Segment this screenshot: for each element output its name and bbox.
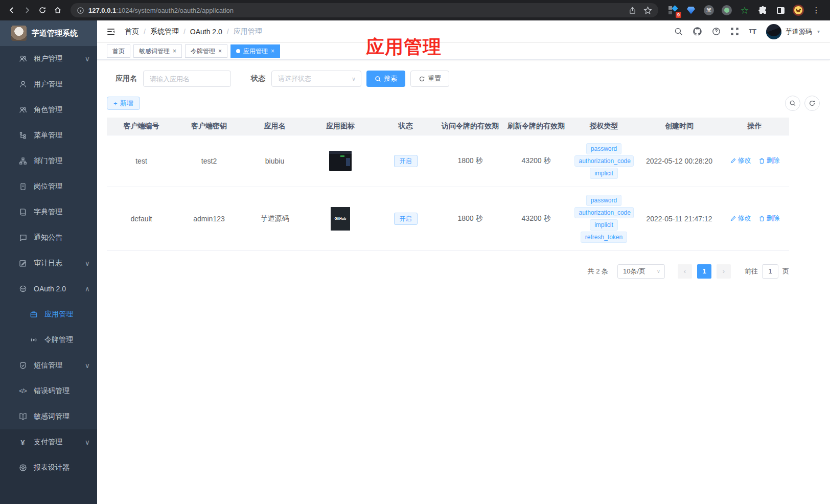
pagination: 共 2 条 10条/页 ∨ ‹ 1 › 前往 页 [107,264,789,279]
extensions-puzzle-icon[interactable] [757,5,768,16]
sidebar-item-岗位管理[interactable]: 岗位管理 [0,174,97,199]
sidebar-item-审计日志[interactable]: 审计日志∨ [0,250,97,276]
table-row: testtest2biubiu开启1800 秒43200 秒passwordau… [107,135,789,187]
cell-secret: admin123 [176,187,242,250]
share-icon[interactable] [629,7,636,14]
breadcrumb-item[interactable]: OAuth 2.0 [190,28,222,36]
user-menu[interactable]: 芋道源码 ▾ [766,24,820,39]
cell-refresh-validity: 43200 秒 [503,135,569,187]
browser-extensions-area: 9 ⌘ ☆ ⋮ [664,5,825,16]
yen-icon: ¥ [18,439,27,446]
browser-profile-avatar[interactable] [793,5,804,16]
extension-devtools-icon[interactable]: 9 [667,5,679,16]
extension-gem-icon[interactable] [685,5,697,16]
page-number-1[interactable]: 1 [697,264,711,279]
fullscreen-icon[interactable] [730,27,739,36]
sidebar-item-label: 应用管理 [44,310,73,319]
sidebar-item-令牌管理[interactable]: 令牌管理 [0,327,97,353]
tab-bar: 首页敏感词管理×令牌管理×应用管理× [97,43,830,60]
reset-button[interactable]: 重置 [410,71,449,87]
next-page-button[interactable]: › [717,264,731,279]
breadcrumb-separator: / [183,28,186,36]
extension-star-icon[interactable]: ☆ [739,5,750,16]
sidebar-item-支付管理[interactable]: ¥支付管理∨ [0,429,97,455]
github-icon[interactable] [693,27,702,36]
font-size-icon[interactable]: TT [749,28,756,36]
browser-back-button[interactable] [5,4,18,17]
goto-page-input[interactable] [762,264,778,279]
app-logo-bar[interactable]: 芋道管理系统 [0,20,97,46]
status-label: 状态 [251,74,265,83]
cell-client-id: default [107,187,176,250]
help-icon[interactable] [712,27,721,36]
browser-reload-button[interactable] [36,4,49,17]
close-icon[interactable]: × [218,48,222,54]
url-bar[interactable]: 127.0.0.1:1024/system/oauth2/oauth2/appl… [71,3,658,17]
sidebar-item-敏感词管理[interactable]: 敏感词管理 [0,404,97,429]
app-name-input[interactable] [143,71,231,87]
sidebar-item-OAuth 2.0[interactable]: OAuth 2.0∧ [0,276,97,302]
tab-敏感词管理[interactable]: 敏感词管理× [133,44,182,58]
sidebar-item-label: 角色管理 [34,105,62,114]
breadcrumb-item[interactable]: 首页 [125,27,139,36]
close-icon[interactable]: × [173,48,176,54]
sidebar-item-部门管理[interactable]: 部门管理 [0,148,97,174]
status-badge: 开启 [394,213,418,225]
sidebar-item-通知公告[interactable]: 通知公告 [0,225,97,250]
grant-type-tag: authorization_code [574,207,634,218]
sidebar-item-角色管理[interactable]: 角色管理 [0,97,97,123]
report-icon [18,464,27,472]
column-header-授权类型: 授权类型 [569,118,638,135]
delete-button[interactable]: 删除 [758,156,780,165]
edit-button[interactable]: 修改 [730,156,751,165]
browser-home-button[interactable] [51,4,64,17]
sidebar-item-短信管理[interactable]: 短信管理∨ [0,353,97,378]
edit-button[interactable]: 修改 [730,214,751,223]
sidebar-item-label: OAuth 2.0 [34,285,66,293]
page-size-select[interactable]: 10条/页 ∨ [617,264,665,279]
sidebar-item-菜单管理[interactable]: 菜单管理 [0,123,97,148]
sidebar-item-租户管理[interactable]: 租户管理∨ [0,46,97,72]
add-button[interactable]: + 新增 [107,97,140,110]
close-icon[interactable]: × [271,48,274,54]
prev-page-button[interactable]: ‹ [678,264,692,279]
sidebar-item-label: 通知公告 [34,233,62,242]
column-header-访问令牌的有效期: 访问令牌的有效期 [437,118,503,135]
cell-create-time: 2022-05-12 00:28:20 [638,135,720,187]
status-select[interactable]: 请选择状态 ∨ [271,71,361,87]
side-panel-icon[interactable] [775,5,786,16]
toggle-search-button[interactable] [785,96,800,111]
sidebar-collapse-icon[interactable] [106,27,116,36]
cell-app-icon [307,135,374,187]
browser-menu-icon[interactable]: ⋮ [811,5,822,16]
grant-type-tag: password [586,195,621,206]
site-info-icon[interactable] [77,7,84,14]
search-icon[interactable] [674,27,683,36]
app-icon-preview: GitHub [331,207,350,231]
chevron-down-icon: ∨ [85,438,90,446]
tab-应用管理[interactable]: 应用管理× [230,44,280,58]
extension-record-icon[interactable] [721,5,732,16]
sidebar-item-应用管理[interactable]: 应用管理 [0,302,97,327]
app-name-label: 应用名 [116,74,137,83]
sidebar-item-错误码管理[interactable]: </>错误码管理 [0,378,97,404]
cell-secret: test2 [176,135,242,187]
tab-label: 首页 [112,47,125,56]
sidebar-item-报表设计器[interactable]: 报表设计器 [0,455,97,480]
cell-app-icon: GitHub [307,187,374,250]
extension-command-icon[interactable]: ⌘ [703,5,714,16]
sidebar-item-用户管理[interactable]: 用户管理 [0,72,97,97]
chevron-down-icon: ∨ [85,55,90,63]
refresh-table-button[interactable] [804,96,820,111]
breadcrumb-item[interactable]: 系统管理 [150,27,179,36]
search-button[interactable]: 搜索 [366,71,405,87]
tab-首页[interactable]: 首页 [107,44,130,58]
chevron-down-icon: ∨ [85,259,90,267]
sidebar-item-字典管理[interactable]: 字典管理 [0,199,97,225]
delete-button[interactable]: 删除 [758,214,780,223]
tab-令牌管理[interactable]: 令牌管理× [185,44,227,58]
column-header-操作: 操作 [720,118,789,135]
extension-badge: 9 [676,12,681,18]
browser-forward-button[interactable] [20,4,34,17]
bookmark-star-icon[interactable] [643,6,652,15]
